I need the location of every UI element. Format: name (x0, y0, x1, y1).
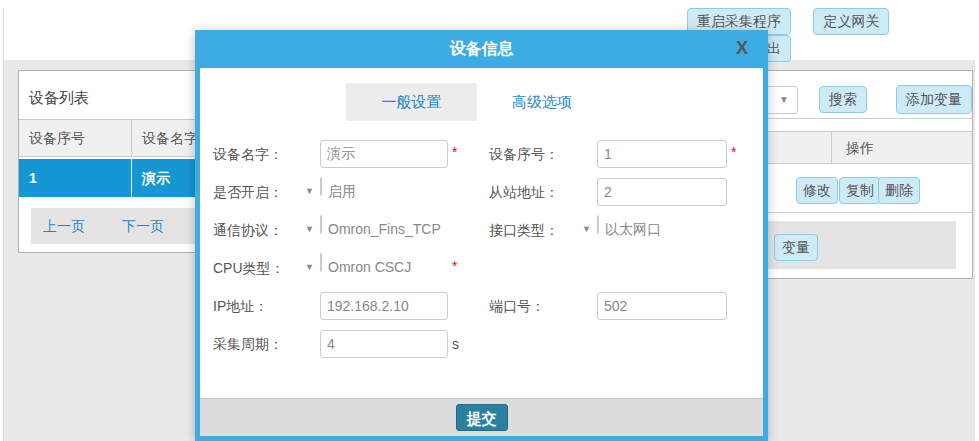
add-variable-button[interactable]: 添加变量 (896, 85, 972, 114)
column-header-name: 设备名字 (132, 120, 198, 156)
prev-page-link[interactable]: 上一页 (43, 218, 85, 234)
copy-button[interactable]: 复制 (839, 177, 881, 204)
chevron-down-icon: ▼ (582, 216, 591, 242)
cpu-type-label: CPU类型： (213, 254, 285, 282)
tab-general-settings[interactable]: 一般设置 (346, 83, 477, 121)
modal-footer: 提交 (200, 398, 763, 436)
interface-type-label: 接口类型： (489, 216, 559, 244)
modal-title: 设备信息 (200, 30, 763, 68)
column-header-operation: 操作 (846, 132, 874, 164)
seconds-unit: s (452, 330, 459, 358)
cpu-type-select[interactable]: Omron CSCJ ▼ (320, 253, 322, 272)
collect-period-input[interactable] (320, 330, 448, 358)
interface-type-select[interactable]: 以太网口 ▼ (597, 215, 599, 234)
tab-advanced-options[interactable]: 高级选项 (477, 83, 607, 121)
collect-period-label: 采集周期： (213, 330, 283, 358)
define-gateway-button[interactable]: 定义网关 (813, 8, 889, 35)
search-button[interactable]: 搜索 (819, 86, 867, 113)
modal-header: 设备信息 X (200, 30, 763, 68)
device-serial-label: 设备序号： (489, 140, 559, 168)
chevron-down-icon: ▼ (305, 254, 314, 280)
device-info-modal: 设备信息 X 一般设置 高级选项 设备名字： * 设备序号： * 是否开启： 启… (195, 30, 768, 441)
chevron-down-icon: ▼ (779, 94, 789, 105)
next-page-link[interactable]: 下一页 (122, 218, 164, 234)
cpu-type-value: Omron CSCJ (328, 254, 411, 280)
port-label: 端口号： (489, 292, 545, 320)
column-header-serial: 设备序号 (19, 120, 132, 156)
required-asterisk: * (452, 258, 457, 274)
port-input[interactable] (597, 292, 727, 320)
cell-device-name: 演示 (132, 159, 170, 197)
required-asterisk: * (731, 144, 736, 160)
slave-address-label: 从站地址： (489, 178, 559, 206)
slave-address-input[interactable] (597, 178, 727, 206)
close-icon[interactable]: X (736, 38, 748, 59)
partially-hidden-variable-button[interactable]: 变量 (774, 234, 818, 261)
device-serial-input[interactable] (597, 140, 727, 168)
modify-button[interactable]: 修改 (796, 177, 838, 204)
interface-type-value: 以太网口 (605, 216, 661, 242)
cell-device-serial: 1 (19, 159, 132, 197)
device-list-title: 设备列表 (29, 89, 89, 108)
submit-button[interactable]: 提交 (456, 404, 508, 431)
delete-button[interactable]: 删除 (878, 177, 920, 204)
